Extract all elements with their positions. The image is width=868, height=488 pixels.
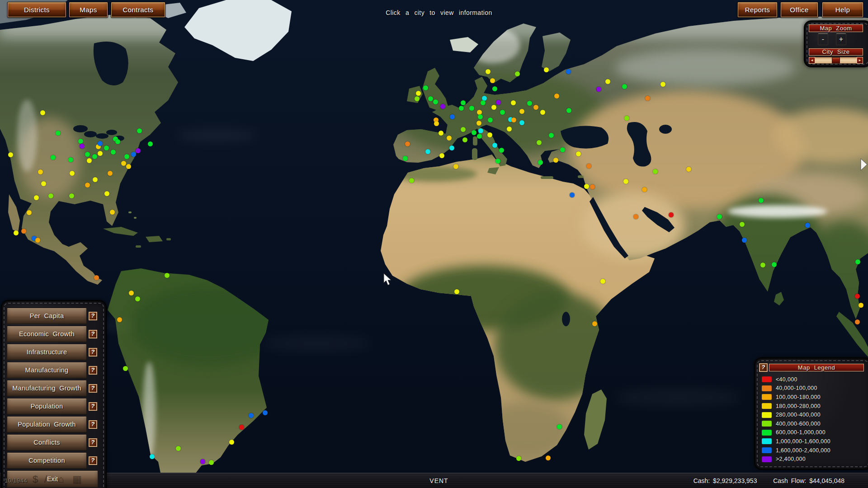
slider-left-arrow-icon[interactable]: ◄ xyxy=(809,57,815,64)
city-dot[interactable] xyxy=(477,110,482,115)
city-dot[interactable] xyxy=(461,127,466,132)
help-icon[interactable]: ? xyxy=(89,366,97,375)
city-dot[interactable] xyxy=(447,136,452,141)
city-dot[interactable] xyxy=(104,145,109,150)
city-dot[interactable] xyxy=(515,71,520,76)
city-dot[interactable] xyxy=(124,154,129,159)
city-dot[interactable] xyxy=(27,210,32,215)
help-icon[interactable]: ? xyxy=(89,348,97,357)
sidebar-item-economic-growth[interactable]: Economic Growth xyxy=(7,326,87,342)
city-dot[interactable] xyxy=(653,169,658,174)
city-dot[interactable] xyxy=(462,137,467,142)
city-dot[interactable] xyxy=(92,154,97,159)
city-dot[interactable] xyxy=(409,178,414,183)
city-size-slider-track[interactable] xyxy=(815,57,857,64)
city-dot[interactable] xyxy=(537,140,542,145)
city-dot[interactable] xyxy=(495,159,500,164)
city-dot[interactable] xyxy=(428,96,433,101)
city-dot[interactable] xyxy=(137,128,142,133)
slider-right-arrow-icon[interactable]: ► xyxy=(857,57,863,64)
city-dot[interactable] xyxy=(129,291,134,296)
city-dot[interactable] xyxy=(41,181,46,186)
city-dot[interactable] xyxy=(590,184,595,189)
city-dot[interactable] xyxy=(576,151,581,156)
city-dot[interactable] xyxy=(859,303,863,308)
city-dot[interactable] xyxy=(239,425,244,430)
city-size-slider-thumb[interactable] xyxy=(832,57,840,63)
city-dot[interactable] xyxy=(126,164,131,169)
city-dot[interactable] xyxy=(633,214,638,219)
city-dot[interactable] xyxy=(642,187,647,192)
city-dot[interactable] xyxy=(482,96,487,101)
city-dot[interactable] xyxy=(229,440,234,445)
city-dot[interactable] xyxy=(584,184,589,189)
city-dot[interactable] xyxy=(439,153,444,158)
sidebar-item-population[interactable]: Population xyxy=(7,398,87,414)
city-dot[interactable] xyxy=(478,114,483,119)
city-dot[interactable] xyxy=(423,85,428,90)
city-dot[interactable] xyxy=(760,263,765,267)
help-button[interactable]: Help xyxy=(822,2,863,18)
city-dot[interactable] xyxy=(249,413,254,418)
sidebar-item-infrastructure[interactable]: Infrastructure xyxy=(7,344,87,360)
city-dot[interactable] xyxy=(454,289,459,294)
city-dot[interactable] xyxy=(533,105,538,110)
city-dot[interactable] xyxy=(80,144,85,149)
city-dot[interactable] xyxy=(85,183,90,188)
city-dot[interactable] xyxy=(121,161,126,166)
city-dot[interactable] xyxy=(605,79,610,84)
city-dot[interactable] xyxy=(68,157,73,162)
city-dot[interactable] xyxy=(472,130,476,135)
city-dot[interactable] xyxy=(549,133,554,138)
city-dot[interactable] xyxy=(492,86,497,91)
city-dot[interactable] xyxy=(669,212,674,217)
city-dot[interactable] xyxy=(554,94,559,99)
city-dot[interactable] xyxy=(645,96,650,101)
city-dot[interactable] xyxy=(70,171,75,176)
districts-button[interactable]: Districts xyxy=(7,2,66,18)
city-dot[interactable] xyxy=(415,96,420,101)
city-dot[interactable] xyxy=(440,104,445,109)
city-dot[interactable] xyxy=(566,108,571,113)
help-icon[interactable]: ? xyxy=(89,330,97,338)
city-dot[interactable] xyxy=(492,143,497,148)
city-dot[interactable] xyxy=(499,148,504,153)
city-dot[interactable] xyxy=(35,238,40,243)
city-dot[interactable] xyxy=(38,169,43,174)
city-dot[interactable] xyxy=(403,156,408,161)
city-dot[interactable] xyxy=(553,158,558,163)
city-dot[interactable] xyxy=(115,139,120,144)
zoom-out-button[interactable]: - xyxy=(818,33,828,45)
city-dot[interactable] xyxy=(108,171,113,176)
help-icon[interactable]: ? xyxy=(89,384,97,393)
sidebar-item-population-growth[interactable]: Population Growth xyxy=(7,416,87,432)
city-dot[interactable] xyxy=(425,149,430,154)
city-dot[interactable] xyxy=(14,230,19,235)
reports-button[interactable]: Reports xyxy=(737,2,778,18)
office-button[interactable]: Office xyxy=(780,2,818,18)
city-dot[interactable] xyxy=(516,456,521,461)
city-dot[interactable] xyxy=(51,155,56,160)
city-dot[interactable] xyxy=(123,366,128,371)
world-map[interactable] xyxy=(0,0,868,488)
sidebar-item-manufacturing-growth[interactable]: Manufacturing Growth xyxy=(7,380,87,396)
city-dot[interactable] xyxy=(527,101,532,106)
city-dot[interactable] xyxy=(40,110,45,115)
city-dot[interactable] xyxy=(717,214,722,219)
sidebar-item-manufacturing[interactable]: Manufacturing xyxy=(7,362,87,378)
city-dot[interactable] xyxy=(93,177,98,182)
city-dot[interactable] xyxy=(69,193,74,198)
city-dot[interactable] xyxy=(135,296,140,301)
city-dot[interactable] xyxy=(209,460,214,465)
help-icon[interactable]: ? xyxy=(89,312,97,320)
city-dot[interactable] xyxy=(78,139,83,144)
city-dot[interactable] xyxy=(478,128,483,133)
city-dot[interactable] xyxy=(439,131,443,136)
city-dot[interactable] xyxy=(131,152,136,157)
city-dot[interactable] xyxy=(481,100,486,105)
city-dot[interactable] xyxy=(855,259,860,264)
city-dot[interactable] xyxy=(592,321,597,326)
city-dot[interactable] xyxy=(104,191,109,196)
city-dot[interactable] xyxy=(511,100,516,105)
city-dot[interactable] xyxy=(48,193,53,198)
